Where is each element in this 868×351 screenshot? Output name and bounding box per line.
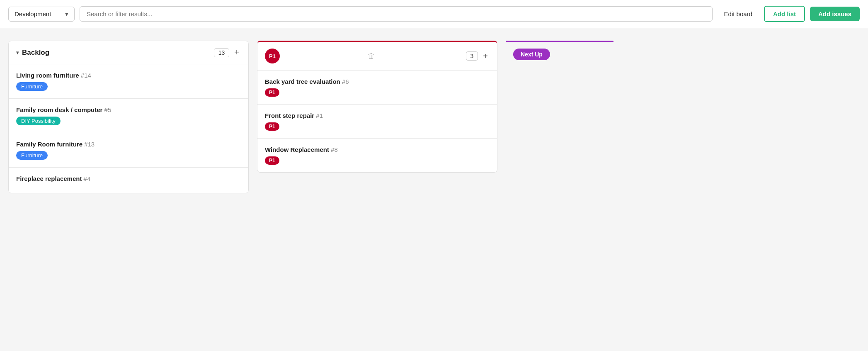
issue-number: #4 <box>84 175 91 182</box>
column-backlog-header: ▾ Backlog 13 + <box>9 41 248 64</box>
backlog-add-button[interactable]: + <box>233 48 241 57</box>
issue-number: #6 <box>342 78 349 85</box>
project-name: Development <box>15 10 51 17</box>
card-title: Window Replacement #8 <box>265 146 490 153</box>
card-family-room-desk[interactable]: Family room desk / computer #5 DIY Possi… <box>9 99 248 133</box>
column-next-up-header: Next Up <box>506 42 613 67</box>
next-up-badge: Next Up <box>513 49 550 60</box>
column-p1-count: 3 <box>466 51 478 61</box>
p1-badge: P1 <box>265 49 280 63</box>
board: ▾ Backlog 13 + Living room furniture #14… <box>0 28 868 206</box>
add-list-button[interactable]: Add list <box>764 6 805 22</box>
collapse-icon[interactable]: ▾ <box>16 50 19 56</box>
issue-number: #14 <box>81 72 91 79</box>
column-backlog: ▾ Backlog 13 + Living room furniture #14… <box>8 41 249 193</box>
column-p1: P1 🗑 3 + Back yard tree evaluation #6 P1… <box>257 41 497 173</box>
tag-furniture[interactable]: Furniture <box>16 151 48 160</box>
column-p1-header: P1 🗑 3 + <box>257 42 497 71</box>
project-dropdown[interactable]: Development ▾ <box>8 7 75 22</box>
card-title: Living room furniture #14 <box>16 72 241 79</box>
header: Development ▾ Edit board Add list Add is… <box>0 0 868 28</box>
chevron-down-icon: ▾ <box>65 10 68 18</box>
p1-card-badge: P1 <box>265 156 279 165</box>
delete-icon[interactable]: 🗑 <box>368 52 375 61</box>
column-next-up: Next Up <box>506 41 613 67</box>
tag-diy[interactable]: DIY Possibility <box>16 117 61 125</box>
column-backlog-count: 13 <box>214 48 230 57</box>
card-title: Front step repair #1 <box>265 112 490 119</box>
card-title: Family Room furniture #13 <box>16 141 241 148</box>
issue-number: #1 <box>316 112 323 119</box>
issue-number: #8 <box>331 146 338 153</box>
edit-board-button[interactable]: Edit board <box>718 7 759 21</box>
card-window-replacement[interactable]: Window Replacement #8 P1 <box>257 139 497 172</box>
issue-number: #13 <box>84 141 95 148</box>
tag-furniture[interactable]: Furniture <box>16 82 48 91</box>
card-front-step-repair[interactable]: Front step repair #1 P1 <box>257 105 497 139</box>
p1-card-badge: P1 <box>265 122 279 131</box>
p1-card-badge: P1 <box>265 88 279 97</box>
search-input[interactable] <box>80 6 713 22</box>
add-issues-button[interactable]: Add issues <box>810 7 860 21</box>
card-living-room-furniture[interactable]: Living room furniture #14 Furniture <box>9 64 248 99</box>
card-fireplace-replacement[interactable]: Fireplace replacement #4 <box>9 168 248 193</box>
card-family-room-furniture[interactable]: Family Room furniture #13 Furniture <box>9 133 248 168</box>
issue-number: #5 <box>104 106 112 113</box>
card-backyard-tree[interactable]: Back yard tree evaluation #6 P1 <box>257 71 497 105</box>
card-title: Fireplace replacement #4 <box>16 175 241 182</box>
card-title: Back yard tree evaluation #6 <box>265 78 490 85</box>
p1-add-button[interactable]: + <box>481 51 490 61</box>
card-title: Family room desk / computer #5 <box>16 106 241 113</box>
column-backlog-title: ▾ Backlog <box>16 49 49 57</box>
